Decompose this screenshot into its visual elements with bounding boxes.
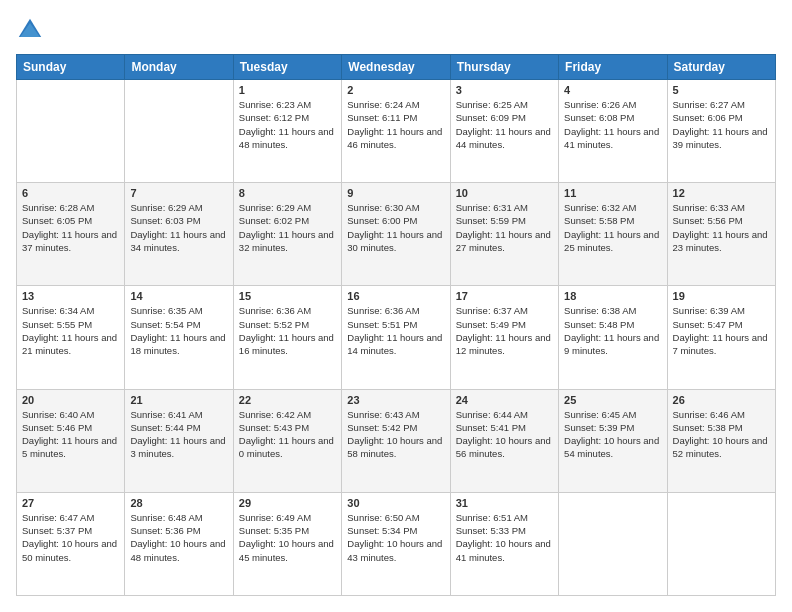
cell-info: Sunrise: 6:40 AM Sunset: 5:46 PM Dayligh… bbox=[22, 408, 119, 461]
weekday-header: Monday bbox=[125, 55, 233, 80]
calendar-cell: 12Sunrise: 6:33 AM Sunset: 5:56 PM Dayli… bbox=[667, 183, 775, 286]
page: SundayMondayTuesdayWednesdayThursdayFrid… bbox=[0, 0, 792, 612]
calendar-cell: 26Sunrise: 6:46 AM Sunset: 5:38 PM Dayli… bbox=[667, 389, 775, 492]
calendar-cell: 5Sunrise: 6:27 AM Sunset: 6:06 PM Daylig… bbox=[667, 80, 775, 183]
calendar-cell bbox=[559, 492, 667, 595]
cell-info: Sunrise: 6:37 AM Sunset: 5:49 PM Dayligh… bbox=[456, 304, 553, 357]
calendar-header-row: SundayMondayTuesdayWednesdayThursdayFrid… bbox=[17, 55, 776, 80]
weekday-header: Thursday bbox=[450, 55, 558, 80]
calendar-cell: 21Sunrise: 6:41 AM Sunset: 5:44 PM Dayli… bbox=[125, 389, 233, 492]
day-number: 27 bbox=[22, 497, 119, 509]
calendar-cell: 28Sunrise: 6:48 AM Sunset: 5:36 PM Dayli… bbox=[125, 492, 233, 595]
header bbox=[16, 16, 776, 44]
weekday-header: Tuesday bbox=[233, 55, 341, 80]
day-number: 20 bbox=[22, 394, 119, 406]
cell-info: Sunrise: 6:36 AM Sunset: 5:51 PM Dayligh… bbox=[347, 304, 444, 357]
day-number: 18 bbox=[564, 290, 661, 302]
cell-info: Sunrise: 6:49 AM Sunset: 5:35 PM Dayligh… bbox=[239, 511, 336, 564]
day-number: 21 bbox=[130, 394, 227, 406]
calendar-cell: 10Sunrise: 6:31 AM Sunset: 5:59 PM Dayli… bbox=[450, 183, 558, 286]
calendar-cell: 25Sunrise: 6:45 AM Sunset: 5:39 PM Dayli… bbox=[559, 389, 667, 492]
cell-info: Sunrise: 6:38 AM Sunset: 5:48 PM Dayligh… bbox=[564, 304, 661, 357]
calendar-cell: 9Sunrise: 6:30 AM Sunset: 6:00 PM Daylig… bbox=[342, 183, 450, 286]
calendar-cell: 22Sunrise: 6:42 AM Sunset: 5:43 PM Dayli… bbox=[233, 389, 341, 492]
cell-info: Sunrise: 6:25 AM Sunset: 6:09 PM Dayligh… bbox=[456, 98, 553, 151]
day-number: 26 bbox=[673, 394, 770, 406]
day-number: 19 bbox=[673, 290, 770, 302]
calendar-cell: 3Sunrise: 6:25 AM Sunset: 6:09 PM Daylig… bbox=[450, 80, 558, 183]
cell-info: Sunrise: 6:32 AM Sunset: 5:58 PM Dayligh… bbox=[564, 201, 661, 254]
cell-info: Sunrise: 6:44 AM Sunset: 5:41 PM Dayligh… bbox=[456, 408, 553, 461]
day-number: 6 bbox=[22, 187, 119, 199]
cell-info: Sunrise: 6:35 AM Sunset: 5:54 PM Dayligh… bbox=[130, 304, 227, 357]
day-number: 22 bbox=[239, 394, 336, 406]
day-number: 5 bbox=[673, 84, 770, 96]
day-number: 29 bbox=[239, 497, 336, 509]
calendar-cell: 17Sunrise: 6:37 AM Sunset: 5:49 PM Dayli… bbox=[450, 286, 558, 389]
cell-info: Sunrise: 6:41 AM Sunset: 5:44 PM Dayligh… bbox=[130, 408, 227, 461]
calendar-cell: 31Sunrise: 6:51 AM Sunset: 5:33 PM Dayli… bbox=[450, 492, 558, 595]
cell-info: Sunrise: 6:46 AM Sunset: 5:38 PM Dayligh… bbox=[673, 408, 770, 461]
cell-info: Sunrise: 6:50 AM Sunset: 5:34 PM Dayligh… bbox=[347, 511, 444, 564]
calendar-cell: 13Sunrise: 6:34 AM Sunset: 5:55 PM Dayli… bbox=[17, 286, 125, 389]
cell-info: Sunrise: 6:36 AM Sunset: 5:52 PM Dayligh… bbox=[239, 304, 336, 357]
cell-info: Sunrise: 6:42 AM Sunset: 5:43 PM Dayligh… bbox=[239, 408, 336, 461]
calendar-cell: 6Sunrise: 6:28 AM Sunset: 6:05 PM Daylig… bbox=[17, 183, 125, 286]
calendar-cell: 1Sunrise: 6:23 AM Sunset: 6:12 PM Daylig… bbox=[233, 80, 341, 183]
weekday-header: Sunday bbox=[17, 55, 125, 80]
calendar-cell: 27Sunrise: 6:47 AM Sunset: 5:37 PM Dayli… bbox=[17, 492, 125, 595]
day-number: 7 bbox=[130, 187, 227, 199]
day-number: 24 bbox=[456, 394, 553, 406]
cell-info: Sunrise: 6:33 AM Sunset: 5:56 PM Dayligh… bbox=[673, 201, 770, 254]
weekday-header: Saturday bbox=[667, 55, 775, 80]
cell-info: Sunrise: 6:30 AM Sunset: 6:00 PM Dayligh… bbox=[347, 201, 444, 254]
calendar-cell: 11Sunrise: 6:32 AM Sunset: 5:58 PM Dayli… bbox=[559, 183, 667, 286]
calendar-cell: 4Sunrise: 6:26 AM Sunset: 6:08 PM Daylig… bbox=[559, 80, 667, 183]
cell-info: Sunrise: 6:47 AM Sunset: 5:37 PM Dayligh… bbox=[22, 511, 119, 564]
calendar-week-row: 27Sunrise: 6:47 AM Sunset: 5:37 PM Dayli… bbox=[17, 492, 776, 595]
calendar-cell: 8Sunrise: 6:29 AM Sunset: 6:02 PM Daylig… bbox=[233, 183, 341, 286]
calendar-cell bbox=[17, 80, 125, 183]
day-number: 2 bbox=[347, 84, 444, 96]
cell-info: Sunrise: 6:24 AM Sunset: 6:11 PM Dayligh… bbox=[347, 98, 444, 151]
calendar-cell: 23Sunrise: 6:43 AM Sunset: 5:42 PM Dayli… bbox=[342, 389, 450, 492]
day-number: 1 bbox=[239, 84, 336, 96]
day-number: 16 bbox=[347, 290, 444, 302]
cell-info: Sunrise: 6:29 AM Sunset: 6:03 PM Dayligh… bbox=[130, 201, 227, 254]
cell-info: Sunrise: 6:45 AM Sunset: 5:39 PM Dayligh… bbox=[564, 408, 661, 461]
cell-info: Sunrise: 6:29 AM Sunset: 6:02 PM Dayligh… bbox=[239, 201, 336, 254]
cell-info: Sunrise: 6:34 AM Sunset: 5:55 PM Dayligh… bbox=[22, 304, 119, 357]
calendar-cell: 15Sunrise: 6:36 AM Sunset: 5:52 PM Dayli… bbox=[233, 286, 341, 389]
weekday-header: Wednesday bbox=[342, 55, 450, 80]
calendar-week-row: 6Sunrise: 6:28 AM Sunset: 6:05 PM Daylig… bbox=[17, 183, 776, 286]
calendar-cell: 20Sunrise: 6:40 AM Sunset: 5:46 PM Dayli… bbox=[17, 389, 125, 492]
cell-info: Sunrise: 6:51 AM Sunset: 5:33 PM Dayligh… bbox=[456, 511, 553, 564]
calendar-cell bbox=[667, 492, 775, 595]
day-number: 30 bbox=[347, 497, 444, 509]
day-number: 13 bbox=[22, 290, 119, 302]
calendar-week-row: 20Sunrise: 6:40 AM Sunset: 5:46 PM Dayli… bbox=[17, 389, 776, 492]
calendar-cell: 30Sunrise: 6:50 AM Sunset: 5:34 PM Dayli… bbox=[342, 492, 450, 595]
cell-info: Sunrise: 6:31 AM Sunset: 5:59 PM Dayligh… bbox=[456, 201, 553, 254]
day-number: 8 bbox=[239, 187, 336, 199]
calendar-cell bbox=[125, 80, 233, 183]
day-number: 17 bbox=[456, 290, 553, 302]
logo-icon bbox=[16, 16, 44, 44]
cell-info: Sunrise: 6:48 AM Sunset: 5:36 PM Dayligh… bbox=[130, 511, 227, 564]
calendar-cell: 18Sunrise: 6:38 AM Sunset: 5:48 PM Dayli… bbox=[559, 286, 667, 389]
calendar-week-row: 13Sunrise: 6:34 AM Sunset: 5:55 PM Dayli… bbox=[17, 286, 776, 389]
day-number: 9 bbox=[347, 187, 444, 199]
day-number: 12 bbox=[673, 187, 770, 199]
calendar-cell: 24Sunrise: 6:44 AM Sunset: 5:41 PM Dayli… bbox=[450, 389, 558, 492]
calendar-cell: 14Sunrise: 6:35 AM Sunset: 5:54 PM Dayli… bbox=[125, 286, 233, 389]
cell-info: Sunrise: 6:26 AM Sunset: 6:08 PM Dayligh… bbox=[564, 98, 661, 151]
cell-info: Sunrise: 6:39 AM Sunset: 5:47 PM Dayligh… bbox=[673, 304, 770, 357]
cell-info: Sunrise: 6:23 AM Sunset: 6:12 PM Dayligh… bbox=[239, 98, 336, 151]
logo bbox=[16, 16, 48, 44]
day-number: 14 bbox=[130, 290, 227, 302]
calendar-table: SundayMondayTuesdayWednesdayThursdayFrid… bbox=[16, 54, 776, 596]
calendar-cell: 2Sunrise: 6:24 AM Sunset: 6:11 PM Daylig… bbox=[342, 80, 450, 183]
day-number: 28 bbox=[130, 497, 227, 509]
day-number: 25 bbox=[564, 394, 661, 406]
day-number: 4 bbox=[564, 84, 661, 96]
